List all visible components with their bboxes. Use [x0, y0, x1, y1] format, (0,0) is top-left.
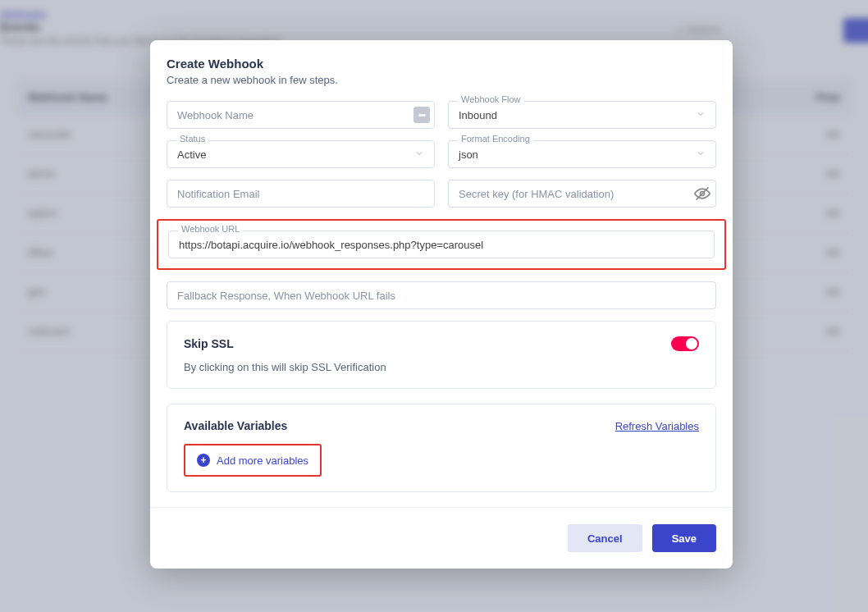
eye-hidden-icon[interactable] [693, 185, 711, 202]
flow-label: Webhook Flow [458, 94, 524, 104]
format-label: Format Encoding [458, 134, 533, 144]
variables-title: Available Variables [184, 419, 287, 432]
status-select[interactable]: Active [167, 140, 435, 168]
webhook-url-highlight: Webhook URL [157, 219, 726, 270]
notification-email-input[interactable] [167, 180, 435, 208]
skip-ssl-toggle[interactable] [671, 336, 699, 351]
modal-subtitle: Create a new webhook in few steps. [167, 74, 716, 86]
status-label: Status [176, 134, 208, 144]
webhook-name-field: ••• [167, 101, 435, 129]
webhook-url-input[interactable] [168, 231, 715, 258]
variables-card: Available Variables Refresh Variables + … [167, 404, 716, 492]
add-variables-button[interactable]: + Add more variables [184, 444, 322, 477]
skip-ssl-desc: By clicking on this will skip SSL Verifi… [184, 361, 699, 373]
status-value: Active [177, 148, 206, 161]
status-field: Status Active [167, 140, 435, 168]
webhook-flow-field: Webhook Flow Inbound [448, 101, 716, 129]
secret-key-field [448, 180, 716, 208]
flow-value: Inbound [459, 109, 497, 121]
fallback-field [167, 281, 716, 309]
skip-ssl-card: Skip SSL By clicking on this will skip S… [167, 321, 716, 389]
skip-ssl-title: Skip SSL [184, 337, 234, 350]
save-button[interactable]: Save [652, 524, 716, 552]
format-select[interactable]: json [448, 140, 716, 168]
chevron-down-icon [696, 148, 706, 161]
format-field: Format Encoding json [448, 140, 716, 168]
toggle-knob [686, 338, 697, 349]
format-value: json [459, 148, 478, 161]
notification-email-field [167, 180, 435, 208]
modal-footer: Cancel Save [150, 507, 733, 569]
webhook-name-input[interactable] [167, 101, 435, 129]
modal-title: Create Webhook [167, 57, 716, 71]
webhook-flow-select[interactable]: Inbound [448, 101, 716, 129]
cancel-button[interactable]: Cancel [568, 524, 642, 552]
refresh-variables-link[interactable]: Refresh Variables [615, 420, 699, 432]
create-webhook-modal: Create Webhook Create a new webhook in f… [150, 40, 733, 569]
secret-key-input[interactable] [448, 180, 716, 208]
add-variables-label: Add more variables [217, 454, 308, 467]
lastpass-icon[interactable]: ••• [413, 107, 430, 123]
chevron-down-icon [696, 109, 706, 121]
fallback-input[interactable] [167, 281, 716, 309]
plus-icon: + [197, 454, 210, 467]
url-label: Webhook URL [178, 224, 243, 234]
chevron-down-icon [414, 148, 424, 161]
